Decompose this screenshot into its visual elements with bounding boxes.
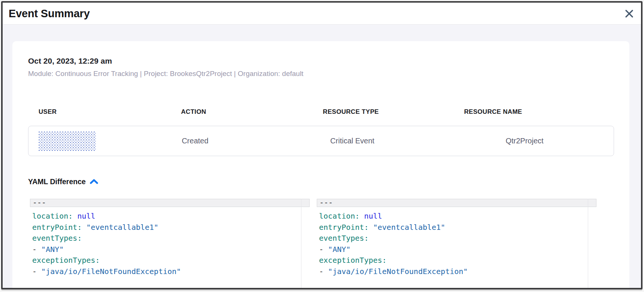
table-row: Created Critical Event Qtr2Project: [28, 126, 614, 156]
yaml-collapse-toggle[interactable]: [89, 179, 98, 185]
column-header-resource-type: RESOURCE TYPE: [267, 109, 435, 115]
yaml-code-line: - "java/io/FileNotFoundException": [32, 266, 310, 277]
yaml-doc-start-right: ---: [317, 199, 596, 207]
column-header-resource-name: RESOURCE NAME: [435, 109, 551, 115]
yaml-code-line: eventTypes:: [32, 233, 310, 244]
chevron-up-icon: [89, 179, 98, 185]
yaml-doc-start-left: ---: [30, 199, 310, 207]
yaml-code-line: entryPoint: "eventcallable1": [319, 222, 596, 233]
event-timestamp: Oct 20, 2023, 12:29 am: [28, 56, 629, 66]
yaml-code-line: location: null: [32, 211, 310, 222]
column-header-user: USER: [28, 109, 121, 115]
yaml-panel-right: --- location: nullentryPoint: "eventcall…: [317, 199, 596, 288]
modal-body: Oct 20, 2023, 12:29 am Module: Continuou…: [3, 25, 641, 288]
resource-name-cell: Qtr2Project: [437, 126, 613, 156]
yaml-code-line: - "java/io/FileNotFoundException": [319, 266, 596, 277]
yaml-code-line: entryPoint: "eventcallable1": [32, 222, 310, 233]
yaml-code-line: - "ANY": [32, 244, 310, 255]
yaml-code-right: location: nullentryPoint: "eventcallable…: [317, 207, 596, 277]
event-meta: Module: Continuous Error Tracking | Proj…: [28, 70, 629, 78]
yaml-diff-header: YAML Difference: [28, 177, 629, 186]
action-cell: Created: [122, 126, 268, 156]
close-button[interactable]: [622, 7, 636, 20]
event-card: Oct 20, 2023, 12:29 am Module: Continuou…: [12, 41, 629, 288]
page-title: Event Summary: [9, 7, 622, 20]
yaml-diff-label: YAML Difference: [28, 177, 86, 186]
user-cell: [28, 126, 122, 156]
yaml-code-line: exceptionTypes:: [319, 255, 596, 266]
modal-header: Event Summary: [3, 3, 641, 25]
yaml-code-line: - "ANY": [319, 244, 596, 255]
yaml-diff-viewer: --- location: nullentryPoint: "eventcall…: [30, 199, 629, 288]
resource-type-cell: Critical Event: [268, 126, 437, 156]
yaml-code-line: eventTypes:: [319, 233, 596, 244]
close-icon: [624, 9, 634, 19]
table-header: USER ACTION RESOURCE TYPE RESOURCE NAME: [28, 109, 614, 115]
yaml-code-line: exceptionTypes:: [32, 255, 310, 266]
redacted-user-pattern: [39, 131, 96, 151]
column-header-action: ACTION: [121, 109, 267, 115]
yaml-code-line: location: null: [319, 211, 596, 222]
event-summary-modal: Event Summary Oct 20, 2023, 12:29 am Mod…: [1, 1, 643, 289]
yaml-panel-left: --- location: nullentryPoint: "eventcall…: [30, 199, 310, 288]
yaml-code-left: location: nullentryPoint: "eventcallable…: [30, 207, 310, 277]
